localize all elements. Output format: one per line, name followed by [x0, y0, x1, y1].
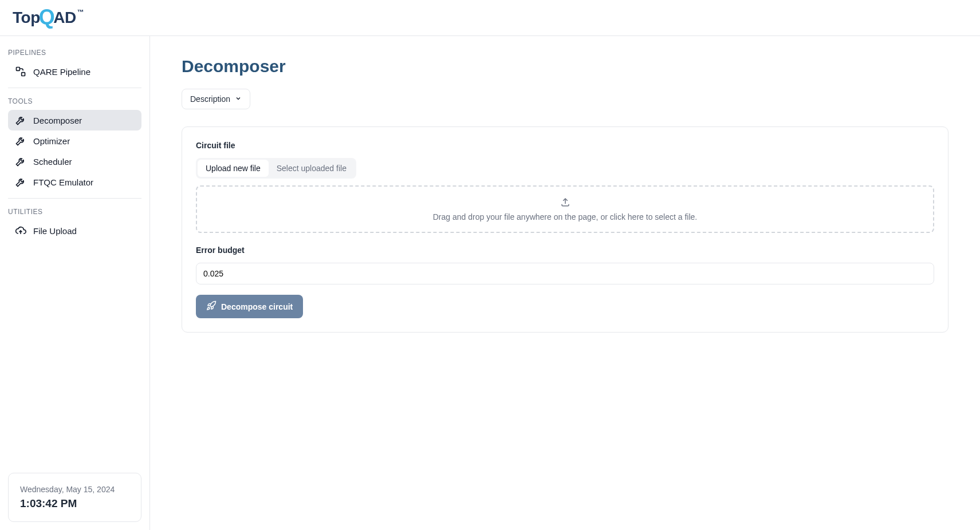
sidebar-item-label: File Upload — [33, 226, 77, 236]
error-budget-input[interactable] — [196, 263, 934, 284]
sidebar-item-qare-pipeline[interactable]: QARE Pipeline — [8, 61, 141, 82]
sidebar-item-label: Optimizer — [33, 136, 70, 146]
svg-rect-0 — [17, 68, 20, 71]
sidebar-item-ftqc-emulator[interactable]: FTQC Emulator — [8, 172, 141, 192]
circuit-file-label: Circuit file — [196, 141, 934, 150]
sidebar-section-tools: TOOLS Decomposer Optimizer Scheduler — [8, 93, 141, 192]
sidebar-item-optimizer[interactable]: Optimizer — [8, 130, 141, 151]
sidebar-section-pipelines: PIPELINES QARE Pipeline — [8, 44, 141, 82]
wrench-icon — [15, 176, 26, 188]
sidebar-item-scheduler[interactable]: Scheduler — [8, 151, 141, 172]
sidebar-section-utilities: UTILITIES File Upload — [8, 203, 141, 241]
app-header: TopQAD™ — [0, 0, 980, 36]
chevron-down-icon — [235, 94, 242, 104]
tab-upload-new-file[interactable]: Upload new file — [198, 160, 269, 177]
logo-ad-text: AD — [53, 9, 76, 27]
logo-tm-text: ™ — [77, 8, 84, 16]
datetime-time: 1:03:42 PM — [20, 497, 129, 510]
wrench-icon — [15, 135, 26, 147]
datetime-card: Wednesday, May 15, 2024 1:03:42 PM — [8, 473, 141, 522]
main-content: Decomposer Description Circuit file Uplo… — [150, 36, 980, 530]
sidebar-item-file-upload[interactable]: File Upload — [8, 220, 141, 241]
sidebar-item-label: QARE Pipeline — [33, 67, 90, 77]
section-header-pipelines: PIPELINES — [8, 44, 141, 61]
sidebar-item-label: FTQC Emulator — [33, 177, 93, 187]
form-card: Circuit file Upload new file Select uplo… — [182, 126, 948, 333]
description-dropdown-label: Description — [190, 94, 230, 104]
cloud-upload-icon — [15, 225, 26, 236]
sidebar-item-decomposer[interactable]: Decomposer — [8, 110, 141, 130]
file-dropzone[interactable]: Drag and drop your file anywhere on the … — [196, 185, 934, 233]
logo-top-text: Top — [13, 9, 40, 27]
decompose-button-label: Decompose circuit — [221, 302, 293, 311]
wrench-icon — [15, 114, 26, 126]
upload-icon — [207, 197, 923, 212]
page-title: Decomposer — [182, 57, 948, 76]
wrench-icon — [15, 156, 26, 167]
sidebar-divider — [8, 88, 141, 88]
app-logo: TopQAD™ — [13, 6, 82, 30]
sidebar-divider — [8, 198, 141, 199]
sidebar-item-label: Decomposer — [33, 116, 82, 125]
decompose-circuit-button[interactable]: Decompose circuit — [196, 295, 303, 318]
logo-q-text: Q — [39, 5, 55, 29]
section-header-utilities: UTILITIES — [8, 203, 141, 220]
section-header-tools: TOOLS — [8, 93, 141, 110]
sidebar-item-label: Scheduler — [33, 157, 72, 167]
dropzone-text: Drag and drop your file anywhere on the … — [207, 212, 923, 222]
tab-select-uploaded-file[interactable]: Select uploaded file — [269, 160, 355, 177]
error-budget-label: Error budget — [196, 246, 934, 255]
circuit-file-tabs: Upload new file Select uploaded file — [196, 158, 356, 179]
rocket-icon — [206, 300, 217, 313]
pipeline-icon — [15, 66, 26, 77]
description-dropdown[interactable]: Description — [182, 89, 250, 109]
svg-rect-1 — [22, 73, 25, 76]
datetime-date: Wednesday, May 15, 2024 — [20, 485, 129, 494]
sidebar: PIPELINES QARE Pipeline TOOLS Decomposer — [0, 36, 150, 530]
